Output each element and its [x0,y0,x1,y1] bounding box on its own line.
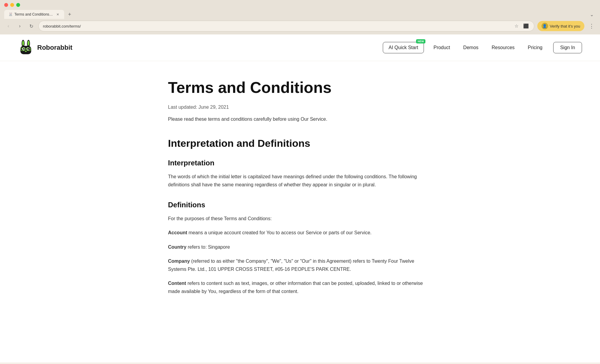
tab-close-button[interactable]: ✕ [55,12,60,17]
verify-avatar-icon: 👤 [542,23,548,29]
logo-icon [18,40,34,55]
page-title: Terms and Conditions [168,79,432,96]
verify-label: Verify that it's you [550,24,580,28]
content-def-text: refers to content such as text, images, … [168,281,423,294]
svg-point-9 [25,51,27,52]
content-term: Content [168,281,186,286]
resources-nav-item[interactable]: Resources [486,43,520,53]
extensions-button[interactable]: ⬛ [523,22,530,30]
verify-button[interactable]: 👤 Verify that it's you [537,21,584,31]
url-text: roborabbit.com/terms/ [43,24,511,28]
main-content: Terms and Conditions Last updated: June … [156,61,444,331]
sub2-intro-text: For the purposes of these Terms and Cond… [168,215,432,223]
subsection1-title: Interpretation [168,159,432,167]
tab-bar: 🐰 Terms and Conditions - Robo ✕ + ⌄ [0,10,600,19]
subsection2-title: Definitions [168,201,432,209]
svg-point-4 [28,41,29,46]
account-def-text: means a unique account created for You t… [187,230,372,235]
new-tab-button[interactable]: + [65,10,74,19]
new-badge: NEW [416,39,425,43]
refresh-button[interactable]: ↻ [27,22,35,30]
titlebar [0,0,600,10]
browser-chrome: 🐰 Terms and Conditions - Robo ✕ + ⌄ ‹ › … [0,0,600,34]
signin-button[interactable]: Sign In [553,42,582,53]
account-definition: Account means a unique account created f… [168,229,432,237]
site-nav: Roborabbit AI Quick Start NEW Product De… [0,34,600,61]
address-bar[interactable]: roborabbit.com/terms/ ☆ ⬛ [38,21,534,31]
company-definition: Company (referred to as either "the Comp… [168,257,432,273]
section-interpretation-definitions: Interpretation and Definitions Interpret… [168,138,432,296]
svg-point-3 [22,41,24,46]
back-button[interactable]: ‹ [4,22,13,30]
demos-nav-item[interactable]: Demos [458,43,484,53]
content-definition: Content refers to content such as text, … [168,279,432,295]
address-bar-row: ‹ › ↻ roborabbit.com/terms/ ☆ ⬛ 👤 Verify… [0,19,600,34]
svg-rect-0 [20,46,31,54]
maximize-button[interactable] [16,3,20,7]
subsection-definitions: Definitions For the purposes of these Te… [168,201,432,295]
ai-quickstart-button[interactable]: AI Quick Start NEW [383,42,424,53]
subsection-interpretation: Interpretation The words of which the in… [168,159,432,189]
browser-menu-button[interactable]: ⋮ [587,22,596,30]
company-term: Company [168,259,190,264]
tab-favicon-icon: 🐰 [8,12,13,16]
country-def-text: refers to: Singapore [186,244,230,250]
country-term: Country [168,244,186,250]
company-def-text: (referred to as either "the Company", "W… [168,259,414,272]
subsection1-text: The words of which the initial letter is… [168,173,432,189]
intro-text: Please read these terms and conditions c… [168,115,432,123]
tab-title: Terms and Conditions - Robo [14,12,53,16]
logo-text: Roborabbit [37,44,72,52]
tab-list-button[interactable]: ⌄ [587,10,596,19]
pricing-nav-item[interactable]: Pricing [522,43,548,53]
active-tab[interactable]: 🐰 Terms and Conditions - Robo ✕ [4,10,64,19]
nav-links: AI Quick Start NEW Product Demos Resourc… [383,42,582,53]
logo-area[interactable]: Roborabbit [18,40,72,55]
account-term: Account [168,230,187,235]
window-controls [4,3,20,7]
close-button[interactable] [4,3,8,7]
minimize-button[interactable] [10,3,14,7]
section1-title: Interpretation and Definitions [168,138,432,149]
country-definition: Country refers to: Singapore [168,243,432,251]
page-wrapper: Roborabbit AI Quick Start NEW Product De… [0,34,600,363]
forward-button[interactable]: › [16,22,24,30]
bookmark-button[interactable]: ☆ [513,22,520,30]
ai-quickstart-label: AI Quick Start [388,45,418,50]
product-nav-item[interactable]: Product [428,43,455,53]
last-updated-text: Last updated: June 29, 2021 [168,105,432,110]
